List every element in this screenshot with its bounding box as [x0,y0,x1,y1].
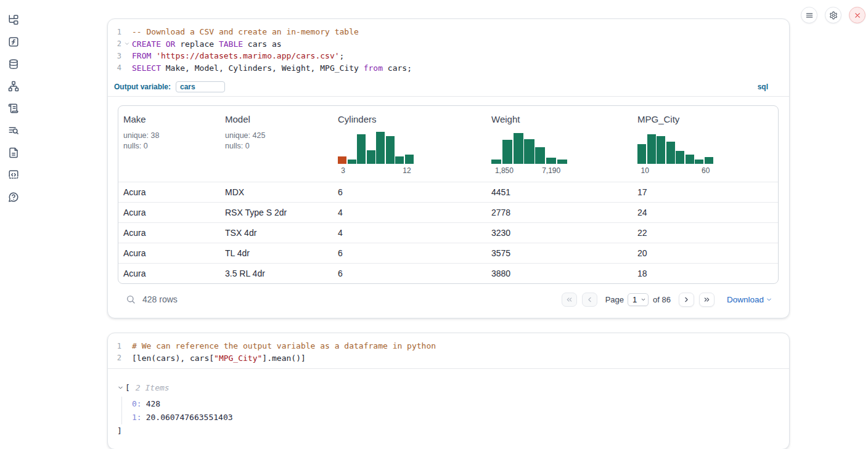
previous-page-button[interactable] [582,293,597,307]
close-bracket: ] [117,424,779,437]
list-item: 1: 20.060747663551403 [132,411,779,425]
code-line: 2 [len(cars), cars["MPG_City"].mean()] [108,352,789,365]
output-variable-row: Output variable: sql [108,79,789,96]
item-index: 0: [132,399,142,408]
pagination: Page 1 of 86 Download [562,293,772,307]
output-variable-input[interactable] [176,81,225,92]
chevrons-left-icon [565,296,573,304]
column-title[interactable]: Cylinders [338,114,486,124]
table-footer: 428 rows Page 1 of 86 [118,286,779,313]
shutdown-close-icon[interactable] [849,7,866,23]
chevron-down-icon [641,297,646,302]
mpg-city-histogram [637,132,713,164]
download-button[interactable]: Download [727,295,772,304]
column-unique-stat: unique: 38 [123,131,220,141]
weight-histogram [491,132,567,164]
database-icon[interactable] [7,59,20,70]
axis-min-label: 1,850 [495,166,514,175]
line-number: 2 [108,354,121,362]
axis-max-label: 60 [702,166,710,175]
last-page-button[interactable] [699,293,714,307]
axis-min-label: 3 [341,166,345,175]
line-number: 2 [108,39,121,48]
menu-icon[interactable] [801,7,817,23]
search-icon[interactable] [126,294,136,304]
chevron-right-icon [682,296,690,304]
dependency-network-icon[interactable] [7,81,20,92]
function-square-icon[interactable] [7,36,20,47]
item-index: 1: [132,413,142,422]
output-variable-label: Output variable: [114,83,171,91]
list-output-tree: [ 2 Items 0: 428 1: 20.060747663551403 ] [108,369,789,449]
table-output-area: Make unique: 38 nulls: 0 Model unique: 4… [108,97,789,318]
sql-url-string: 'https://datasets.marimo.app/cars.csv' [156,51,339,60]
table-row: Acura 3.5 RL 4dr 6 3880 18 [118,263,778,283]
items-count-label: 2 Items [136,383,170,392]
table-row: Acura TL 4dr 6 3575 20 [118,243,778,263]
open-bracket: [ [125,383,130,392]
code-snippet-icon[interactable] [7,169,20,180]
first-page-button[interactable] [562,293,577,307]
notebook-cells: 1 -- Download a CSV and create an in-mem… [107,18,790,449]
column-title[interactable]: Model [225,114,333,124]
code-line: 4 SELECT Make, Model, Cylinders, Weight,… [108,62,789,75]
line-number: 1 [108,342,121,350]
code-line: 3 FROM 'https://datasets.marimo.app/cars… [108,50,789,62]
page-total: of 86 [653,295,671,304]
page-number-select[interactable]: 1 [628,293,649,306]
column-title[interactable]: Weight [491,114,633,124]
file-tree-icon[interactable] [7,14,20,25]
column-unique-stat: unique: 425 [225,131,333,141]
scroll-text-icon[interactable] [7,103,20,114]
data-table: Make unique: 38 nulls: 0 Model unique: 4… [118,105,779,284]
table-row: Acura MDX 6 4451 17 [118,182,778,202]
column-header-mpg-city: MPG_City 10 60 [633,114,778,176]
chevron-down-icon [766,296,772,303]
column-header-model: Model unique: 425 nulls: 0 [220,114,333,176]
sql-cell: 1 -- Download a CSV and create an in-mem… [107,18,790,318]
item-value: 428 [146,399,160,408]
settings-gear-icon[interactable] [825,7,841,23]
axis-max-label: 7,190 [542,166,560,175]
column-title[interactable]: Make [123,114,220,124]
collapse-chevron-icon[interactable] [117,384,124,391]
code-line: 1 -- Download a CSV and create an in-mem… [108,26,789,38]
list-search-icon[interactable] [7,125,20,136]
python-comment: # We can reference the output variable a… [132,341,436,350]
table-header: Make unique: 38 nulls: 0 Model unique: 4… [118,106,778,182]
line-number: 4 [108,63,121,72]
sql-comment: -- Download a CSV and create an in-memor… [132,27,359,36]
sql-code-editor[interactable]: 1 -- Download a CSV and create an in-mem… [108,19,789,79]
column-nulls-stat: nulls: 0 [225,141,333,152]
column-header-weight: Weight 1,850 7,190 [486,114,633,176]
column-title[interactable]: MPG_City [637,114,778,124]
row-count: 428 rows [142,294,178,304]
list-item: 0: 428 [132,397,779,411]
language-badge: sql [758,83,768,91]
table-row: Acura RSX Type S 2dr 4 2778 24 [118,202,778,222]
column-header-make: Make unique: 38 nulls: 0 [118,114,220,176]
python-code-editor[interactable]: 1 # We can reference the output variable… [108,333,789,368]
axis-min-label: 10 [641,166,649,175]
python-cell: 1 # We can reference the output variable… [107,333,790,449]
helper-panel-sidebar [0,0,27,449]
table-row: Acura TSX 4dr 4 3230 22 [118,222,778,243]
cylinders-histogram [338,132,414,164]
code-line: 2 CREATE OR replace TABLE cars as [108,38,789,51]
chevron-left-icon [586,296,594,304]
column-header-cylinders: Cylinders 3 12 [333,114,486,176]
code-line: 1 # We can reference the output variable… [108,340,789,352]
fold-chevron-icon[interactable] [121,41,132,47]
notebook-actions [801,7,866,23]
help-circle-icon[interactable] [7,192,20,203]
axis-max-label: 12 [403,166,411,175]
item-value: 20.060747663551403 [146,413,233,422]
column-nulls-stat: nulls: 0 [123,141,220,152]
file-text-icon[interactable] [7,147,20,158]
chevrons-right-icon [703,296,711,304]
line-number: 3 [108,52,121,60]
page-label: Page [605,295,624,304]
line-number: 1 [108,28,121,36]
next-page-button[interactable] [679,293,694,307]
